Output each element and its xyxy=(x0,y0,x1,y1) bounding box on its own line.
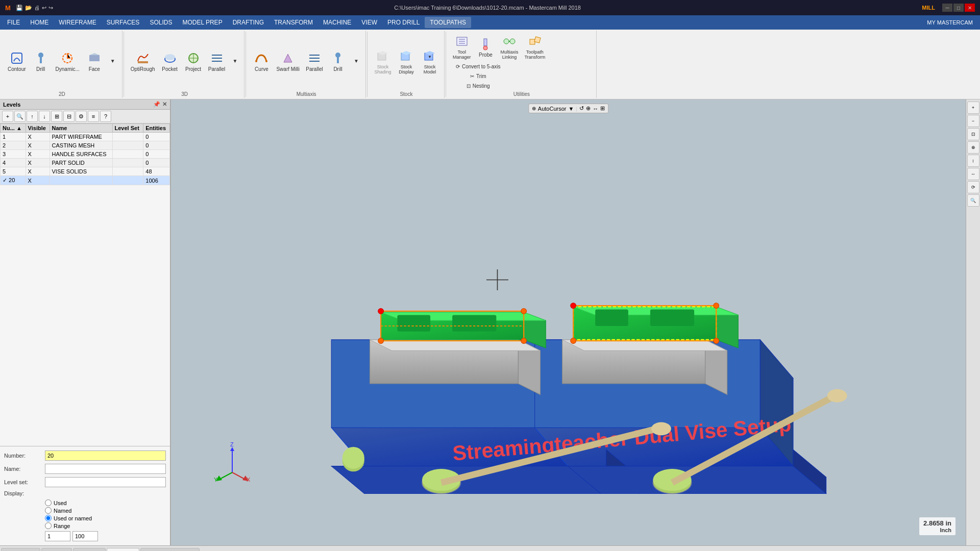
right-btn-2[interactable]: − xyxy=(967,115,979,127)
qa-undo[interactable]: ↩ xyxy=(42,5,46,11)
nesting-button[interactable]: ⊡ Nesting xyxy=(452,82,504,90)
parallel-mx-button[interactable]: Parallel xyxy=(303,48,326,73)
right-btn-7[interactable]: ⟳ xyxy=(967,181,979,193)
radio-used-or-named-input[interactable] xyxy=(45,515,52,521)
col-name[interactable]: Name xyxy=(50,124,112,133)
levels-pin-button[interactable]: 📌 xyxy=(153,101,160,108)
tab-levels[interactable]: Levels xyxy=(107,548,139,551)
columns-button[interactable]: ⊟ xyxy=(63,111,75,122)
settings-button[interactable]: ⚙ xyxy=(76,111,87,122)
drill-button[interactable]: Drill xyxy=(30,48,52,73)
parallel-3d-button[interactable]: Parallel xyxy=(206,48,228,73)
radio-used-input[interactable] xyxy=(45,499,52,506)
col-num[interactable]: Nu... ▲ xyxy=(1,124,26,133)
convert-5axis-button[interactable]: ⟳ Convert to 5-axis xyxy=(452,62,504,71)
levels-close-button[interactable]: ✕ xyxy=(162,101,167,108)
minimize-button[interactable]: ─ xyxy=(942,4,952,12)
up-button[interactable]: ↑ xyxy=(27,111,38,122)
my-mastercam[interactable]: MY MASTERCAM xyxy=(927,19,973,26)
view-btn-1[interactable]: ↺ xyxy=(579,105,584,112)
more-button[interactable]: ≡ xyxy=(88,111,99,122)
right-btn-3[interactable]: ⊡ xyxy=(967,128,979,140)
more-2d-button[interactable]: ▼ xyxy=(107,57,119,65)
table-row[interactable]: 1 X PART WIREFRAME 0 xyxy=(1,133,170,141)
table-row[interactable]: 3 X HANDLE SURFACES 0 xyxy=(1,150,170,159)
project-button[interactable]: Project xyxy=(182,48,205,73)
table-row[interactable]: 4 X PART SOLID 0 xyxy=(1,159,170,167)
menu-solids[interactable]: SOLIDS xyxy=(144,17,177,28)
radio-named-label: Named xyxy=(54,508,71,514)
menu-modelprep[interactable]: MODEL PREP xyxy=(177,17,227,28)
swarf-button[interactable]: Swarf Milli xyxy=(274,48,302,73)
close-button[interactable]: ✕ xyxy=(965,4,975,12)
qa-redo[interactable]: ↪ xyxy=(48,5,53,11)
menu-surfaces[interactable]: SURFACES xyxy=(102,17,145,28)
right-btn-5[interactable]: ↕ xyxy=(967,155,979,167)
dynamic-button[interactable]: Dynamic... xyxy=(53,48,82,73)
tab-toolpaths[interactable]: Toolpaths xyxy=(1,548,40,551)
col-levelset[interactable]: Level Set xyxy=(112,124,143,133)
right-btn-8[interactable]: 🔍 xyxy=(967,194,979,207)
levelset-input[interactable] xyxy=(45,477,166,487)
restore-button[interactable]: □ xyxy=(953,4,964,12)
qa-open[interactable]: 📂 xyxy=(25,5,32,11)
menu-view[interactable]: VIEW xyxy=(356,17,382,28)
col-entities[interactable]: Entities xyxy=(143,124,170,133)
tab-planes[interactable]: Planes xyxy=(73,548,106,551)
view-btn-2[interactable]: ⊕ xyxy=(586,105,591,112)
optirough-button[interactable]: OptiRough xyxy=(128,48,158,73)
range-to-input[interactable] xyxy=(72,531,98,541)
stock-display-button[interactable]: StockDisplay xyxy=(395,46,418,76)
qa-print[interactable]: 🖨 xyxy=(34,5,40,11)
right-btn-1[interactable]: + xyxy=(967,102,979,114)
menu-file[interactable]: FILE xyxy=(2,17,25,28)
right-btn-6[interactable]: ↔ xyxy=(967,168,979,180)
tab-recent-functions[interactable]: Recent Functions xyxy=(140,548,200,551)
menu-wireframe[interactable]: WIREFRAME xyxy=(54,17,101,28)
menu-machine[interactable]: MACHINE xyxy=(318,17,356,28)
col-visible[interactable]: Visible xyxy=(26,124,50,133)
view-btn-3[interactable]: ↔ xyxy=(593,106,598,112)
toolpath-transform-button[interactable]: ToolpathTransform xyxy=(522,32,548,61)
radio-range-input[interactable] xyxy=(45,522,52,529)
table-row[interactable]: 2 X CASTING MESH 0 xyxy=(1,141,170,150)
probe-button[interactable]: Probe xyxy=(474,34,497,59)
add-level-button[interactable]: + xyxy=(2,111,13,122)
number-input[interactable] xyxy=(45,450,166,461)
range-from-input[interactable] xyxy=(45,531,70,541)
table-row[interactable]: ✓ 20 X 1006 xyxy=(1,176,170,185)
menu-transform[interactable]: TRANSFORM xyxy=(269,17,318,28)
multiaxis-linking-button[interactable]: MultiaxisLinking xyxy=(498,32,521,61)
window-controls[interactable]: ─ □ ✕ xyxy=(942,4,975,12)
help-button[interactable]: ? xyxy=(100,111,111,122)
viewport[interactable]: ⊕ AutoCursor ▼ | ↺ ⊕ ↔ ⊞ xyxy=(171,99,966,545)
menu-prodrill[interactable]: PRO DRILL xyxy=(382,17,425,28)
radio-named-input[interactable] xyxy=(45,507,52,514)
trim-button[interactable]: ✂ Trim xyxy=(452,72,504,81)
search-level-button[interactable]: 🔍 xyxy=(14,111,26,122)
more-mx-button[interactable]: ▼ xyxy=(350,57,362,65)
menu-home[interactable]: HOME xyxy=(25,17,54,28)
ribbon-group-utilities: ToolManager Probe MultiaxisLinking xyxy=(447,31,597,98)
more-3d-button[interactable]: ▼ xyxy=(229,57,241,65)
qa-save[interactable]: 💾 xyxy=(16,5,23,11)
tab-solids[interactable]: Solids xyxy=(41,548,72,551)
menu-toolpaths[interactable]: TOOLPATHS xyxy=(425,17,471,28)
autocursor-dropdown[interactable]: ▼ xyxy=(568,106,574,112)
table-row[interactable]: 5 X VISE SOLIDS 48 xyxy=(1,167,170,176)
down-button[interactable]: ↓ xyxy=(39,111,50,122)
curve-button[interactable]: Curve xyxy=(250,48,273,73)
view-btn-4[interactable]: ⊞ xyxy=(600,105,605,112)
pocket-button[interactable]: Pocket xyxy=(159,48,181,73)
tool-manager-button[interactable]: ToolManager xyxy=(450,32,474,61)
menu-drafting[interactable]: DRAFTING xyxy=(228,17,269,28)
right-btn-4[interactable]: ⊕ xyxy=(967,141,979,154)
face-button[interactable]: Face xyxy=(83,48,106,73)
stock-model-button[interactable]: ▼ StockModel xyxy=(419,46,441,76)
contour-button[interactable]: Contour xyxy=(5,48,29,73)
name-input[interactable] xyxy=(45,464,166,474)
expand-button[interactable]: ⊞ xyxy=(51,111,62,122)
row-entities: 1006 xyxy=(143,176,170,185)
stock-shading-button[interactable]: StockShading xyxy=(372,46,394,76)
drill-mx-button[interactable]: Drill xyxy=(327,48,349,73)
